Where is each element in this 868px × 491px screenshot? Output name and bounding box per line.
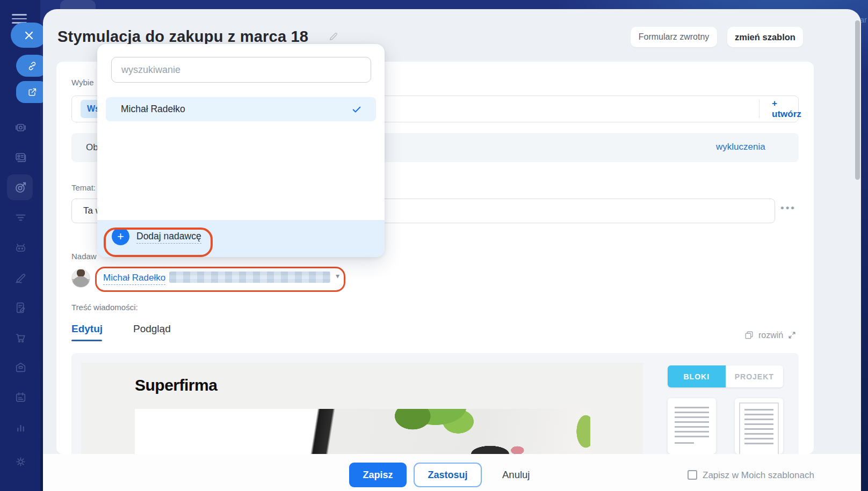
apply-button[interactable]: Zastosuj <box>414 463 482 487</box>
divider <box>759 100 760 118</box>
scrollbar-thumb[interactable] <box>855 20 860 180</box>
target-icon <box>14 181 27 194</box>
sender-option-selected[interactable]: Michał Radełko <box>106 97 376 121</box>
pen-icon <box>14 271 27 284</box>
document-edit-icon <box>14 301 27 314</box>
exclusions-text: Ob <box>86 142 98 153</box>
sidebar-item-funnel[interactable] <box>13 210 27 224</box>
sender-option-name: Michał Radełko <box>121 104 185 115</box>
contact-card-icon <box>14 150 27 164</box>
sender-select-popup: Michał Radełko + Dodaj nadawcę <box>97 44 385 257</box>
tab-blocks[interactable]: BLOKI <box>668 365 726 387</box>
check-icon <box>351 104 362 115</box>
save-to-templates-label: Zapisz w Moich szablonach <box>703 470 814 481</box>
email-hero-image[interactable] <box>135 409 590 454</box>
sidebar-item-cart[interactable] <box>13 331 27 345</box>
expand-arrows-icon <box>787 331 797 340</box>
sender-avatar <box>71 269 90 288</box>
edit-title-icon[interactable] <box>328 31 339 42</box>
copy-icon <box>744 330 754 340</box>
camera-icon <box>14 121 27 134</box>
calendar-icon <box>14 391 27 404</box>
block-thumbnail[interactable] <box>735 398 783 454</box>
sidebar <box>0 0 40 491</box>
close-icon <box>24 31 34 40</box>
sidebar-item-settings[interactable] <box>13 455 27 468</box>
sender-label: Nadaw <box>71 252 97 261</box>
sidebar-item-robot[interactable] <box>13 240 27 254</box>
sidebar-item-storage[interactable] <box>13 360 27 374</box>
email-brand-heading: Superfirma <box>135 376 217 394</box>
recipients-label: Wybie <box>71 78 94 87</box>
page-title: Stymulacja do zakupu z marca 18 <box>57 28 308 46</box>
tab-edit[interactable]: Edytuj <box>71 323 103 335</box>
annotation-outline-sender <box>95 267 345 292</box>
change-template-button[interactable]: zmień szablon <box>727 27 803 47</box>
save-button[interactable]: Zapisz <box>349 463 407 487</box>
sidebar-item-contact-card[interactable] <box>13 150 27 164</box>
search-input[interactable] <box>111 57 371 83</box>
block-thumbnail[interactable] <box>668 398 716 454</box>
exclusions-link[interactable]: wykluczenia <box>716 142 765 152</box>
builder-panel-tabs: BLOKI PROJEKT <box>668 365 783 387</box>
cart-icon <box>14 331 27 345</box>
sidebar-item-target[interactable] <box>13 180 27 194</box>
sidebar-item-signature[interactable] <box>13 270 27 284</box>
close-button[interactable] <box>11 23 47 48</box>
link-icon <box>27 61 38 71</box>
background-tab-shape <box>60 0 96 9</box>
expand-label: rozwiń <box>758 331 783 340</box>
subject-more-button[interactable]: ••• <box>780 202 796 214</box>
sidebar-item-calendar[interactable] <box>13 390 27 404</box>
external-link-icon <box>27 87 38 97</box>
save-to-templates-checkbox[interactable] <box>688 470 697 480</box>
message-content-label: Treść wiadomości: <box>71 303 138 312</box>
sidebar-item-camera[interactable] <box>13 120 27 134</box>
modal-footer: Zapisz Zastosuj Anuluj Zapisz w Moich sz… <box>43 454 861 491</box>
annotation-outline-add-sender <box>104 228 213 257</box>
sidebar-item-document[interactable] <box>13 301 27 314</box>
subject-label: Temat: <box>71 183 96 192</box>
funnel-icon <box>14 211 27 224</box>
feedback-form-button[interactable]: Formularz zwrotny <box>631 27 717 47</box>
create-recipient-button[interactable]: + utwórz <box>765 100 814 118</box>
tab-preview[interactable]: Podgląd <box>133 323 171 335</box>
tab-active-underline <box>71 340 102 341</box>
expand-button[interactable]: rozwiń <box>744 330 797 340</box>
email-preview-area: Superfirma BLOKI PROJEKT <box>71 353 799 454</box>
gear-icon <box>14 455 27 468</box>
tab-project[interactable]: PROJEKT <box>726 365 784 387</box>
email-canvas[interactable]: Superfirma <box>81 363 643 454</box>
sidebar-item-analytics[interactable] <box>13 420 27 434</box>
cancel-button[interactable]: Anuluj <box>502 469 530 481</box>
robot-icon <box>14 241 27 254</box>
home-box-icon <box>14 361 27 374</box>
bar-chart-icon <box>14 421 27 434</box>
